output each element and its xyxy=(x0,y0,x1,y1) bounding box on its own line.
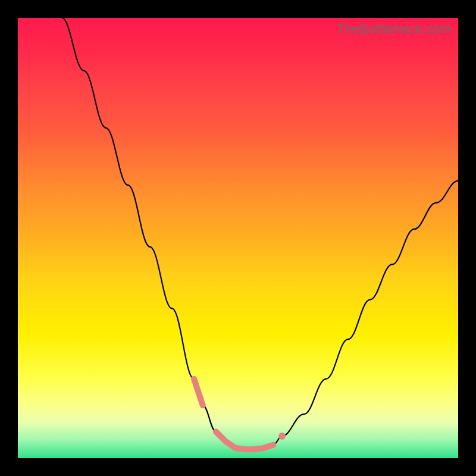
curve-marker-dot xyxy=(278,433,286,440)
curve-path xyxy=(62,18,458,449)
chart-frame: TheBottleneck.com xyxy=(0,0,476,476)
plot-area: TheBottleneck.com xyxy=(18,18,458,458)
curve-marker-segment xyxy=(194,379,203,405)
bottleneck-curve xyxy=(18,18,458,458)
curve-marker-segment xyxy=(216,432,273,450)
